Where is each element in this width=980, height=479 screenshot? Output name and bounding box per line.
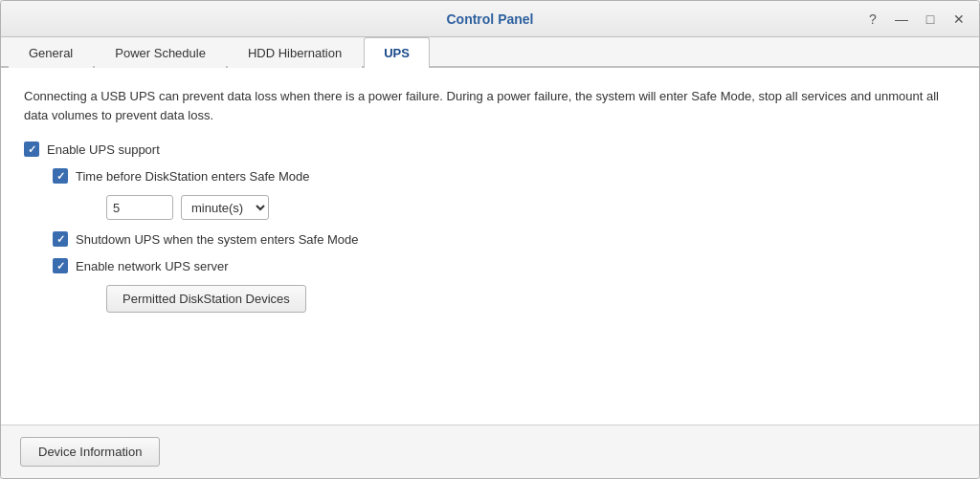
check-icon-3: ✓ [56, 234, 65, 245]
minimize-button[interactable]: — [893, 11, 910, 28]
close-button[interactable]: ✕ [950, 11, 968, 28]
device-information-button[interactable]: Device Information [20, 437, 160, 467]
enable-network-row: ✓ Enable network UPS server [53, 258, 956, 273]
tab-general[interactable]: General [9, 37, 93, 68]
check-icon-2: ✓ [56, 171, 65, 182]
help-button[interactable]: ? [864, 11, 881, 28]
time-input-row: minute(s) second(s) [106, 195, 956, 220]
shutdown-ups-row: ✓ Shutdown UPS when the system enters Sa… [53, 231, 956, 247]
description-text: Connecting a USB UPS can prevent data lo… [24, 87, 956, 124]
window-title: Control Panel [446, 11, 533, 27]
tab-hdd-hibernation[interactable]: HDD Hibernation [228, 37, 362, 68]
check-icon-4: ✓ [56, 261, 65, 272]
check-icon: ✓ [28, 144, 36, 155]
tabs-bar: General Power Schedule HDD Hibernation U… [1, 37, 979, 68]
enable-ups-row: ✓ Enable UPS support [24, 142, 956, 157]
enable-ups-checkbox[interactable]: ✓ [24, 142, 39, 157]
permitted-devices-button[interactable]: Permitted DiskStation Devices [106, 285, 306, 313]
main-content: Connecting a USB UPS can prevent data lo… [1, 68, 979, 425]
time-before-label[interactable]: Time before DiskStation enters Safe Mode [76, 169, 309, 184]
maximize-button[interactable]: □ [922, 11, 939, 28]
shutdown-ups-label[interactable]: Shutdown UPS when the system enters Safe… [76, 232, 359, 247]
time-before-checkbox[interactable]: ✓ [53, 168, 68, 184]
tab-power-schedule[interactable]: Power Schedule [95, 37, 226, 68]
permitted-button-row: Permitted DiskStation Devices [106, 285, 956, 313]
indented-options: ✓ Time before DiskStation enters Safe Mo… [53, 168, 956, 313]
footer: Device Information [1, 425, 979, 478]
tab-ups[interactable]: UPS [364, 37, 430, 68]
time-value-input[interactable] [106, 195, 173, 220]
shutdown-ups-checkbox[interactable]: ✓ [53, 231, 68, 247]
control-panel-window: Control Panel ? — □ ✕ General Power Sche… [0, 0, 980, 479]
window-actions: ? — □ ✕ [864, 11, 968, 28]
enable-network-label[interactable]: Enable network UPS server [76, 259, 229, 273]
time-before-row: ✓ Time before DiskStation enters Safe Mo… [53, 168, 956, 184]
title-bar: Control Panel ? — □ ✕ [1, 1, 979, 37]
time-unit-select[interactable]: minute(s) second(s) [181, 195, 269, 220]
enable-network-checkbox[interactable]: ✓ [53, 258, 68, 273]
enable-ups-label[interactable]: Enable UPS support [47, 142, 160, 157]
